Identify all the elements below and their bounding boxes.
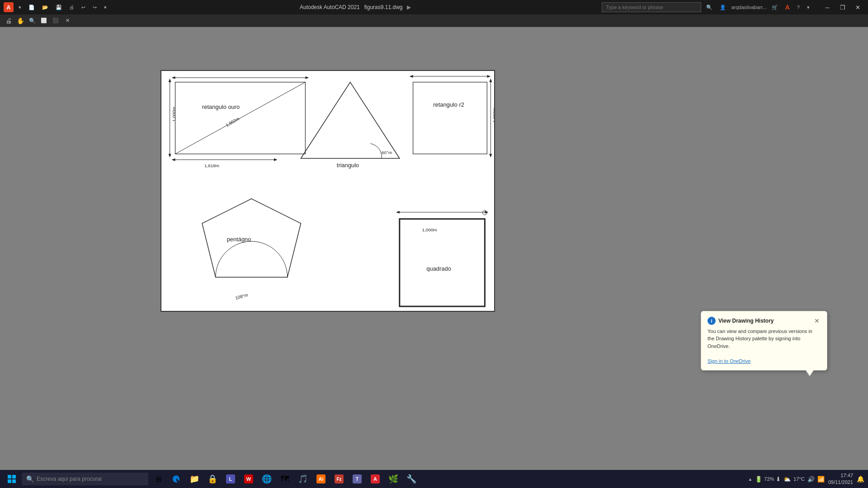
- print-toolbar-icon[interactable]: 🖨: [4, 16, 14, 26]
- svg-marker-5: [169, 79, 171, 82]
- previous-zoom-icon[interactable]: ⬛: [51, 16, 61, 26]
- svg-marker-3: [305, 76, 309, 79]
- battery-indicator: 🔋 72% ⬇: [755, 476, 781, 483]
- pentagno-angle: 108°m: [235, 292, 249, 300]
- svg-rect-31: [12, 479, 16, 483]
- taskbar-autocad-icon[interactable]: A: [367, 471, 383, 487]
- close-button[interactable]: ✕: [852, 2, 864, 12]
- svg-marker-2: [172, 76, 175, 79]
- start-button[interactable]: [4, 471, 20, 487]
- user-button[interactable]: 👤: [717, 4, 728, 11]
- taskbar-onedrive-icon[interactable]: 🌿: [385, 471, 401, 487]
- sign-in-link[interactable]: Sign in to OneDrive: [708, 358, 750, 364]
- date: 09/11/2021: [828, 479, 853, 486]
- open-button[interactable]: 📂: [40, 4, 51, 11]
- canvas-area: retangulo ouro 1,000m 1,902m 1,618m 60°m…: [0, 27, 868, 470]
- notification-header: i View Drawing History ✕: [708, 317, 821, 325]
- triangulo-label: triangulo: [337, 162, 359, 169]
- svg-marker-11: [301, 82, 399, 159]
- search-button[interactable]: 🔍: [704, 4, 715, 11]
- more-button[interactable]: ▾: [805, 4, 812, 11]
- keyword-search-input[interactable]: [602, 2, 701, 12]
- taskbar-right: ▲ 🔋 72% ⬇ ⛅ 17°C 🔊 📶 17:47 09/11/2021 🔔: [748, 472, 864, 486]
- zoom-icon[interactable]: 🔍: [27, 16, 37, 26]
- autocad-logo: A: [4, 2, 14, 12]
- taskbar-illustrator-icon[interactable]: Ai: [313, 471, 329, 487]
- titlebar-center: Autodesk AutoCAD 2021 figuras9.11.dwg ▶: [300, 4, 411, 10]
- svg-rect-20: [400, 219, 485, 307]
- redo-button[interactable]: ↪: [90, 4, 99, 11]
- drawing-sheet: retangulo ouro 1,000m 1,902m 1,618m 60°m…: [160, 70, 495, 312]
- notification-popup: i View Drawing History ✕ You can view an…: [701, 311, 827, 371]
- svg-marker-22: [396, 211, 400, 214]
- titlebar-left: A ▾ 📄 📂 💾 🖨 ↩ ↪ ▾: [4, 2, 109, 12]
- titlebar-right: 🔍 👤 arqdasilvabarr... 🛒 A ? ▾ ─ ❐ ✕: [602, 2, 864, 12]
- retangulo-r2-label: retangulo r2: [433, 101, 464, 108]
- file-name: figuras9.11.dwg: [364, 4, 403, 10]
- battery-level: 72%: [764, 476, 774, 482]
- taskbar-spotify-icon[interactable]: 🎵: [295, 471, 311, 487]
- autodesk-logo-btn[interactable]: A: [783, 3, 792, 12]
- help-button[interactable]: ?: [795, 4, 802, 11]
- pentagno-label: pentágno: [227, 236, 251, 243]
- retangulo-ouro-dim1: 1,000m: [171, 107, 176, 122]
- svg-marker-15: [489, 154, 492, 158]
- time: 17:47: [828, 472, 853, 479]
- new-button[interactable]: 📄: [26, 4, 37, 11]
- taskbar-chrome-icon[interactable]: 🌐: [259, 471, 275, 487]
- svg-marker-8: [172, 159, 175, 161]
- retangulo-ouro-dim3: 1,618m: [204, 163, 219, 168]
- taskbar-edge-icon[interactable]: [168, 471, 184, 487]
- svg-rect-30: [8, 479, 11, 483]
- temperature: 17°C: [793, 476, 805, 482]
- svg-rect-12: [413, 82, 487, 154]
- svg-line-10: [175, 82, 306, 154]
- taskbar-settings-icon[interactable]: 🔧: [403, 471, 420, 487]
- print-button[interactable]: 🖨: [67, 4, 76, 11]
- svg-marker-19: [202, 199, 301, 277]
- svg-rect-29: [12, 475, 16, 479]
- taskbar-teams-icon[interactable]: L: [222, 471, 239, 487]
- taskbar-maps-icon[interactable]: 🗺: [277, 471, 293, 487]
- clock: 17:47 09/11/2021: [828, 472, 853, 486]
- notification-body: You can view and compare previous versio…: [708, 328, 821, 365]
- retangulo-ouro-diag: 1,902m: [225, 116, 240, 128]
- svg-marker-9: [274, 159, 278, 161]
- file-menu[interactable]: ▾: [16, 4, 24, 11]
- undo-button[interactable]: ↩: [79, 4, 88, 11]
- notification-title: View Drawing History: [718, 318, 774, 324]
- minimize-button[interactable]: ─: [821, 2, 834, 12]
- pan-icon[interactable]: ✋: [15, 16, 25, 26]
- taskbar-msteams-icon[interactable]: T: [349, 471, 365, 487]
- user-name: arqdasilvabarr...: [731, 5, 766, 10]
- save-button[interactable]: 💾: [53, 4, 64, 11]
- close-toolbar-icon[interactable]: ✕: [62, 16, 72, 26]
- triangulo-angle: 60°m: [382, 150, 392, 155]
- notification-title-row: i View Drawing History: [708, 317, 774, 325]
- notification-bell[interactable]: 🔔: [857, 475, 864, 483]
- taskbar-filezilla-icon[interactable]: Fz: [331, 471, 347, 487]
- window-zoom-icon[interactable]: ⬜: [39, 16, 49, 26]
- taskbar-search-box[interactable]: 🔍 Escreva aqui para procurar: [22, 473, 148, 485]
- taskbar-folder-icon[interactable]: 📁: [186, 471, 203, 487]
- sys-tray: ▲ 🔋 72% ⬇ ⛅ 17°C 🔊 📶: [748, 476, 825, 483]
- task-view-button[interactable]: ⊞: [150, 471, 166, 487]
- drawing-svg: retangulo ouro 1,000m 1,902m 1,618m 60°m…: [161, 71, 494, 311]
- svg-rect-28: [8, 475, 11, 479]
- titlebar: A ▾ 📄 📂 💾 🖨 ↩ ↪ ▾ Autodesk AutoCAD 2021 …: [0, 0, 868, 14]
- history-button[interactable]: ▾: [102, 4, 109, 11]
- notification-icon: i: [708, 317, 716, 325]
- restore-button[interactable]: ❐: [836, 2, 849, 12]
- arrow-icon: ▶: [407, 4, 411, 10]
- svg-marker-6: [169, 154, 171, 158]
- cart-button[interactable]: 🛒: [769, 4, 780, 11]
- tray-chevron[interactable]: ▲: [748, 477, 752, 482]
- retangulo-r2-dim1: 1,000m: [492, 108, 494, 122]
- taskbar-word-icon[interactable]: W: [241, 471, 257, 487]
- quadrado-dim1: 1,000m: [422, 227, 437, 232]
- quadrado-label: quadrado: [426, 265, 451, 272]
- taskbar-lock-icon[interactable]: 🔒: [204, 471, 221, 487]
- notification-close-button[interactable]: ✕: [813, 317, 821, 324]
- svg-marker-18: [487, 75, 491, 78]
- app-title: Autodesk AutoCAD 2021: [300, 4, 360, 10]
